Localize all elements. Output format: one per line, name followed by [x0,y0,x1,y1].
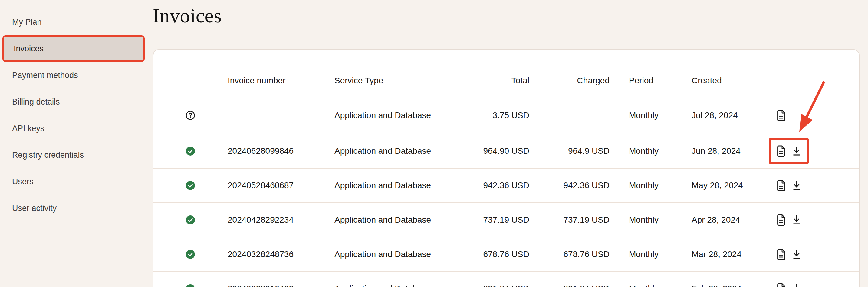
table-header-row: Invoice number Service Type Total Charge… [153,50,859,97]
total-cell: 3.75 USD [468,111,529,120]
invoice-table-row[interactable]: 20240528460687 Application and Database … [153,169,859,203]
period-cell: Monthly [610,215,691,225]
sidebar-item-billing-details[interactable]: Billing details [0,88,153,115]
status-cell [153,111,227,120]
period-cell: Monthly [610,111,691,120]
status-cell [153,181,227,190]
sidebar-item-label: User activity [12,204,57,213]
total-column-header: Total [468,76,529,85]
invoice-table-row[interactable]: 20240428292234 Application and Database … [153,203,859,238]
actions-cell [776,145,858,157]
charged-cell: 891.84 USD [529,284,610,287]
invoice-table-row[interactable]: 20240228010403 Application and Database … [153,272,859,287]
created-cell: Apr 28, 2024 [691,215,776,225]
check-circle-icon [186,181,195,190]
created-cell: May 28, 2024 [691,181,776,190]
invoice-number-cell: 20240328248736 [227,250,334,259]
invoice-number-column-header: Invoice number [227,76,334,85]
download-icon[interactable] [792,249,802,260]
period-cell: Monthly [610,250,691,259]
sidebar-item-user-activity[interactable]: User activity [0,195,153,221]
sidebar-item-invoices[interactable]: Invoices [2,35,145,62]
check-circle-icon [186,284,195,287]
service-type-column-header: Service Type [334,76,468,85]
total-cell: 678.76 USD [468,250,529,259]
total-cell: 737.19 USD [468,215,529,225]
service-type-cell: Application and Database [334,146,468,156]
document-icon[interactable] [776,145,786,157]
invoice-number-cell: 20240428292234 [227,215,334,225]
download-icon[interactable] [792,145,802,157]
invoice-number-cell: 20240228010403 [227,284,334,287]
download-icon[interactable] [792,214,802,226]
status-cell [153,146,227,155]
sidebar-item-label: My Plan [12,17,42,27]
download-icon[interactable] [792,283,802,287]
actions-cell [776,248,858,260]
service-type-cell: Application and Database [334,181,468,190]
service-type-cell: Application and Database [334,284,468,287]
service-type-cell: Application and Database [334,215,468,225]
invoice-table-row[interactable]: 20240328248736 Application and Database … [153,238,859,272]
check-circle-icon [186,146,195,155]
created-cell: Jun 28, 2024 [691,146,776,156]
sidebar-item-registry-credentials[interactable]: Registry credentials [0,142,153,168]
service-type-cell: Application and Database [334,250,468,259]
created-cell: Feb 28, 2024 [691,284,776,287]
actions-cell [776,179,858,191]
period-cell: Monthly [610,181,691,190]
sidebar-item-label: Invoices [13,44,43,53]
check-circle-icon [186,250,195,259]
actions-cell [776,109,858,121]
document-icon[interactable] [776,248,786,260]
period-cell: Monthly [610,146,691,156]
document-icon[interactable] [776,109,786,121]
charged-cell: 737.19 USD [529,215,610,225]
sidebar-item-my-plan[interactable]: My Plan [0,9,153,35]
created-column-header: Created [691,76,776,85]
sidebar-item-label: Payment methods [12,71,78,80]
document-icon[interactable] [776,283,786,287]
download-icon[interactable] [792,180,802,191]
invoice-number-cell: 20240528460687 [227,181,334,190]
sidebar-item-api-keys[interactable]: API keys [0,115,153,142]
status-cell [153,215,227,224]
total-cell: 942.36 USD [468,181,529,190]
billing-sidebar: My Plan Invoices Payment methods Billing… [0,0,153,287]
document-icon[interactable] [776,179,786,191]
charged-column-header: Charged [529,76,610,85]
table-body: Application and Database 3.75 USD Monthl… [153,97,859,287]
period-cell: Monthly [610,284,691,287]
invoice-table-row[interactable]: 20240628099846 Application and Database … [153,134,859,169]
document-icon[interactable] [776,214,786,226]
total-cell: 964.90 USD [468,146,529,156]
invoice-table-row[interactable]: Application and Database 3.75 USD Monthl… [153,97,859,134]
check-circle-icon [186,215,195,224]
sidebar-item-users[interactable]: Users [0,168,153,195]
sidebar-item-label: Billing details [12,97,60,107]
total-cell: 891.84 USD [468,284,529,287]
actions-cell [776,283,858,287]
invoices-card: Invoice number Service Type Total Charge… [153,49,860,287]
page-title: Invoices [153,4,222,27]
sidebar-item-label: Users [12,177,34,186]
period-column-header: Period [610,76,691,85]
status-cell [153,250,227,259]
invoice-number-cell: 20240628099846 [227,146,334,156]
charged-cell: 678.76 USD [529,250,610,259]
sidebar-item-label: Registry credentials [12,150,84,160]
status-cell [153,284,227,287]
service-type-cell: Application and Database [334,111,468,120]
charged-cell: 942.36 USD [529,181,610,190]
created-cell: Jul 28, 2024 [691,111,776,120]
charged-cell: 964.9 USD [529,146,610,156]
created-cell: Mar 28, 2024 [691,250,776,259]
sidebar-item-label: API keys [12,124,44,133]
actions-cell [776,214,858,226]
question-circle-icon [186,111,195,120]
sidebar-item-payment-methods[interactable]: Payment methods [0,62,153,88]
